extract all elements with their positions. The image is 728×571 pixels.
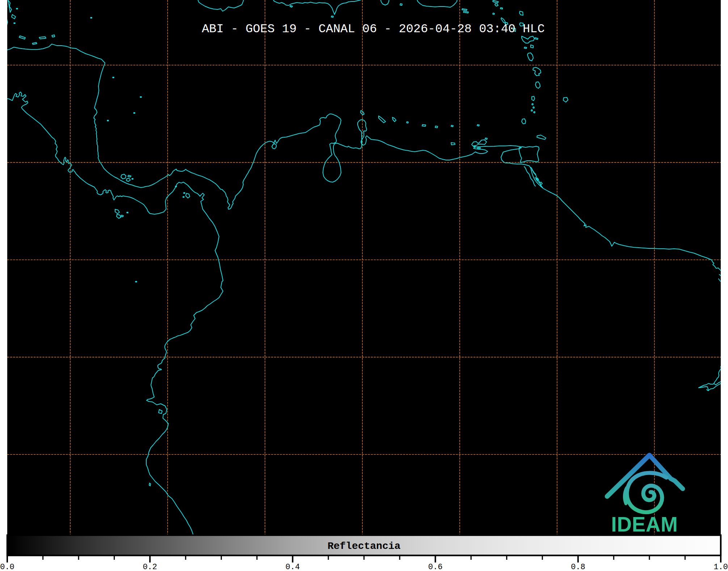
svg-text:1.0: 1.0 — [714, 563, 728, 571]
svg-text:ABI - GOES 19 - CANAL 06 - 202: ABI - GOES 19 - CANAL 06 - 2026-04-28 03… — [202, 22, 544, 36]
svg-text:0.6: 0.6 — [428, 563, 443, 571]
svg-text:Reflectancia: Reflectancia — [328, 541, 401, 552]
svg-text:0.0: 0.0 — [0, 563, 14, 571]
svg-text:0.8: 0.8 — [571, 563, 585, 571]
svg-text:0.4: 0.4 — [286, 563, 300, 571]
svg-text:IDEAM: IDEAM — [611, 513, 678, 536]
svg-text:0.2: 0.2 — [143, 563, 157, 571]
